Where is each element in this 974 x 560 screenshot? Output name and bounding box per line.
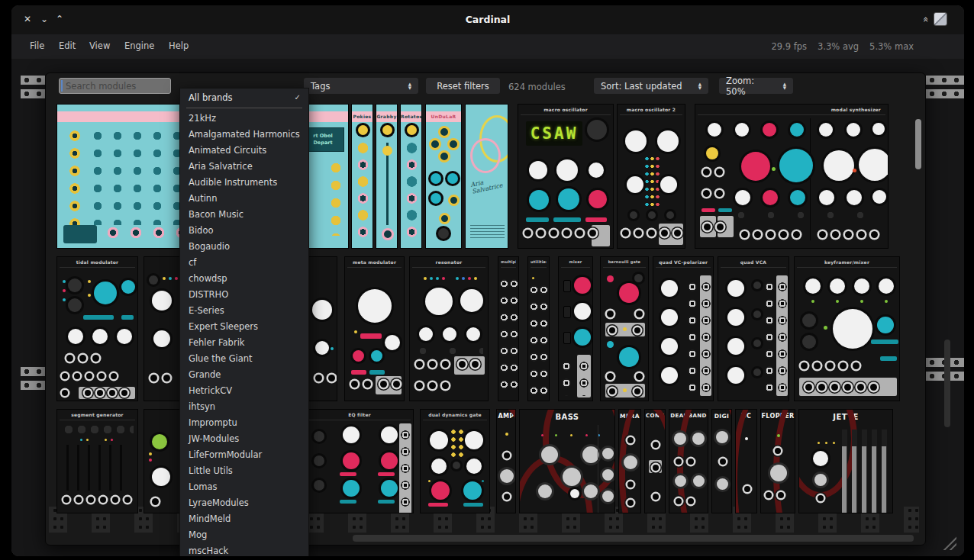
rack-scrollbar[interactable] bbox=[944, 340, 950, 427]
jack-row bbox=[501, 449, 513, 462]
knob bbox=[407, 125, 417, 135]
menu-help[interactable]: Help bbox=[169, 40, 189, 51]
brand-menu-item[interactable]: HetrickCV bbox=[180, 383, 308, 399]
module-card[interactable]: AMP bbox=[496, 409, 516, 513]
brand-menu-item[interactable]: chowdsp bbox=[180, 271, 308, 287]
module-card[interactable]: multiples bbox=[498, 256, 519, 401]
module-card[interactable]: macro oscillator CSAW bbox=[518, 104, 614, 249]
brand-menu-item[interactable]: Amalgamated Harmonics bbox=[180, 127, 308, 143]
module-card[interactable]: MERA bbox=[618, 409, 641, 513]
module-title: multiples bbox=[501, 257, 516, 268]
sort-select[interactable]: Sort: Last updated bbox=[594, 78, 708, 94]
led bbox=[428, 480, 431, 482]
module-card[interactable]: DEADBAND bbox=[669, 409, 708, 513]
module-card[interactable]: Aria Salvatrice bbox=[465, 104, 508, 249]
module-card[interactable]: JETTE bbox=[798, 409, 893, 513]
module-card[interactable]: bernoulli gate bbox=[600, 256, 649, 401]
brand-menu-selected[interactable]: All brands ✓ bbox=[180, 89, 308, 107]
module-card[interactable]: quad VCA bbox=[718, 256, 789, 401]
collapse-icon[interactable]: « bbox=[921, 17, 933, 21]
brand-menu-item[interactable]: Expert Sleepers bbox=[180, 319, 308, 335]
reset-filters-button[interactable]: Reset filters bbox=[426, 78, 500, 94]
brand-menu-item[interactable]: Fehler Fabrik bbox=[180, 335, 308, 351]
module-title: utilities bbox=[531, 257, 547, 268]
brand-menu-item[interactable]: Grande bbox=[180, 367, 308, 383]
knob bbox=[753, 340, 761, 347]
zoom-select[interactable]: Zoom: 50% bbox=[719, 78, 793, 94]
module-card[interactable]: resonator bbox=[409, 256, 489, 401]
jack-row bbox=[348, 378, 374, 391]
module-card[interactable]: Grabby bbox=[376, 104, 398, 249]
jack bbox=[74, 373, 80, 379]
module-card[interactable]: segment generator bbox=[56, 409, 138, 513]
button bbox=[802, 335, 816, 349]
brand-menu-item[interactable]: Bacon Music bbox=[180, 207, 308, 223]
knob bbox=[448, 195, 460, 206]
module-card[interactable]: BASS bbox=[519, 409, 615, 513]
brand-menu-item[interactable]: 21kHz bbox=[180, 111, 308, 127]
led bbox=[585, 434, 588, 436]
module-card[interactable]: DIGI bbox=[711, 409, 732, 513]
jack bbox=[589, 230, 596, 237]
brand-menu-item[interactable]: Audible Instruments bbox=[180, 175, 308, 191]
module-card[interactable]: EQ filter bbox=[305, 409, 414, 513]
module-card[interactable] bbox=[144, 256, 180, 401]
module-card[interactable]: quad VC-polarizer bbox=[653, 256, 714, 401]
module-card[interactable]: Pokies bbox=[351, 104, 373, 249]
knob bbox=[582, 446, 599, 463]
menu-edit[interactable]: Edit bbox=[59, 40, 76, 51]
jack bbox=[703, 190, 710, 197]
module-card[interactable]: macro oscillator 2 bbox=[617, 104, 685, 249]
brand-menu-item[interactable]: cf bbox=[180, 255, 308, 271]
module-title: bernoulli gate bbox=[603, 257, 646, 268]
jack bbox=[550, 230, 557, 237]
brand-menu-item[interactable]: E-Series bbox=[180, 303, 308, 319]
menu-view[interactable]: View bbox=[89, 40, 110, 51]
module-card[interactable]: keyframer/mixer bbox=[794, 256, 900, 401]
menu-file[interactable]: File bbox=[30, 40, 44, 51]
resize-grip[interactable] bbox=[940, 533, 956, 550]
brand-menu-item[interactable]: Bidoo bbox=[180, 223, 308, 239]
brand-menu-item[interactable]: MindMeld bbox=[180, 511, 308, 527]
jack bbox=[124, 497, 131, 503]
brand-menu-item[interactable]: Glue the Giant bbox=[180, 351, 308, 367]
brand-menu-item[interactable]: Autinn bbox=[180, 191, 308, 207]
brand-menu-item[interactable]: DISTRHO bbox=[180, 287, 308, 303]
module-card[interactable]: tidal modulator bbox=[56, 256, 138, 401]
brand-menu-item[interactable]: Lomas bbox=[180, 479, 308, 495]
module-card[interactable]: Rotatoes bbox=[400, 104, 422, 249]
module-card[interactable]: modal synthesizer bbox=[695, 104, 889, 249]
module-card[interactable]: FLOPPER bbox=[760, 409, 795, 513]
module-card[interactable]: meta modulator bbox=[344, 256, 405, 401]
brand-menu-item[interactable]: LifeFormModular bbox=[180, 447, 308, 463]
browser-horizontal-scrollbar[interactable] bbox=[353, 535, 914, 542]
browser-vertical-scrollbar[interactable] bbox=[915, 119, 921, 169]
brand-menu-item[interactable]: Little Utils bbox=[180, 463, 308, 479]
module-card[interactable]: UnDuLaR bbox=[425, 104, 462, 249]
brand-menu-item[interactable]: JW-Modules bbox=[180, 431, 308, 447]
module-card[interactable]: dual dynamics gate bbox=[420, 409, 490, 513]
module-card[interactable]: mixer bbox=[558, 256, 593, 401]
brand-menu-item[interactable]: Bogaudio bbox=[180, 239, 308, 255]
module-card[interactable] bbox=[144, 409, 180, 513]
brand-menu-item[interactable]: Mog bbox=[180, 527, 308, 543]
knob bbox=[741, 152, 770, 181]
label-pill bbox=[369, 370, 385, 375]
menu-engine[interactable]: Engine bbox=[124, 40, 154, 51]
knob bbox=[438, 126, 450, 138]
module-card[interactable]: utilities bbox=[527, 256, 550, 401]
brand-menu-item[interactable]: LyraeModules bbox=[180, 495, 308, 511]
module-card[interactable]: DC bbox=[735, 409, 757, 513]
tags-select[interactable]: Tags bbox=[304, 78, 418, 94]
module-card[interactable]: CONV bbox=[644, 409, 666, 513]
mini-knob-row bbox=[737, 211, 886, 219]
label-pill bbox=[378, 500, 395, 504]
knob bbox=[661, 309, 678, 326]
brand-menu-item[interactable]: Impromptu bbox=[180, 415, 308, 431]
search-input[interactable] bbox=[59, 78, 171, 94]
brand-menu-item[interactable]: Animated Circuits bbox=[180, 143, 308, 159]
brand-menu-item[interactable]: Aria Salvatrice bbox=[180, 159, 308, 175]
app-icon[interactable] bbox=[934, 12, 947, 26]
brand-menu-item[interactable]: ihtsyn bbox=[180, 399, 308, 415]
brand-menu-item[interactable]: mscHack bbox=[180, 543, 308, 557]
